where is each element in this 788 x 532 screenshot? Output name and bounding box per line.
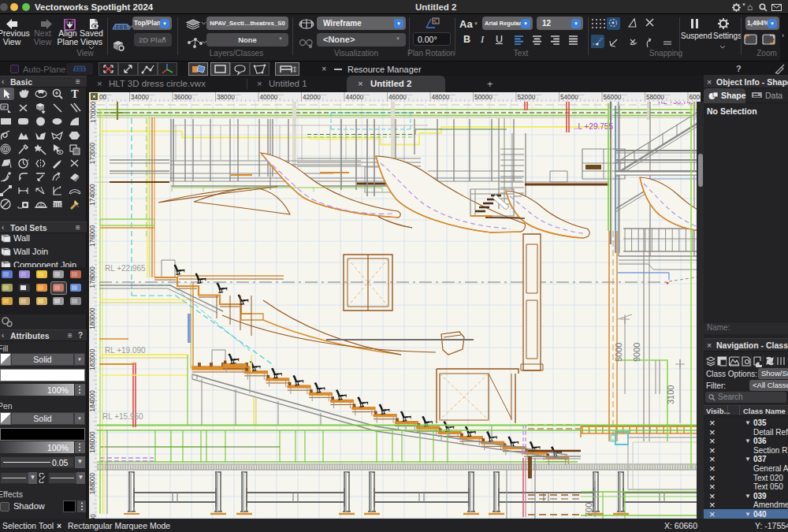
svg-text:T: T [72,88,80,100]
svg-text:46000: 46000 [388,94,407,101]
svg-text:RL +30.745: RL +30.745 [658,102,694,106]
svg-text:700: 700 [584,503,593,517]
svg-text:RL +15.950: RL +15.950 [102,412,143,421]
svg-text:RL +22.965: RL +22.965 [105,264,146,273]
svg-text:56000: 56000 [604,94,622,101]
svg-text:50000: 50000 [474,94,492,101]
svg-text:186000: 186000 [90,431,97,453]
svg-text:170000: 170000 [90,102,97,123]
svg-text:34000: 34000 [131,94,149,101]
svg-text:182000: 182000 [90,348,97,370]
svg-text:38000: 38000 [217,94,235,101]
svg-text:44000: 44000 [346,94,364,101]
svg-text:..L +29.755: ..L +29.755 [574,122,613,131]
svg-text:36000: 36000 [174,94,192,101]
svg-text:176000: 176000 [90,225,97,247]
svg-text:9000: 9000 [632,343,641,362]
svg-text:5000: 5000 [614,343,623,362]
svg-text:180000: 180000 [90,307,97,329]
svg-text:184000: 184000 [90,390,97,412]
svg-text:RL +19.090: RL +19.090 [105,346,146,355]
svg-text:172000: 172000 [90,143,97,165]
svg-text:60000: 60000 [690,94,701,101]
svg-text:48000: 48000 [432,94,450,101]
svg-text:178000: 178000 [90,266,97,288]
svg-text:188000: 188000 [90,472,97,494]
svg-text:40000: 40000 [260,94,278,101]
svg-text:52000: 52000 [518,94,536,101]
svg-text:58000: 58000 [646,94,664,101]
svg-text:174000: 174000 [90,184,97,206]
svg-text:54000: 54000 [560,94,578,101]
svg-text:00: 00 [99,94,107,101]
svg-text:3100: 3100 [666,385,675,404]
svg-text:42000: 42000 [303,94,321,101]
